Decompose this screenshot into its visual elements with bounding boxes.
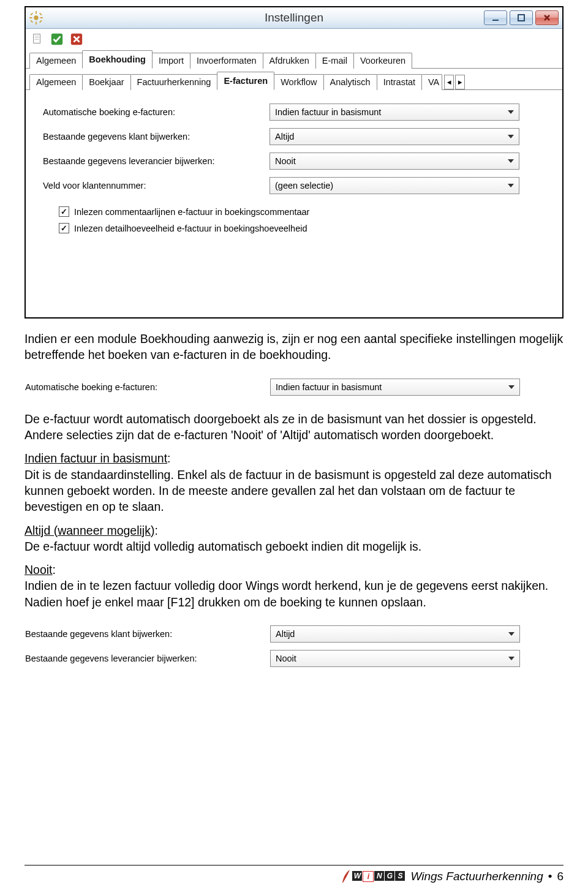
settings-window: Instellingen Algemeen Boekhouding Import… — [24, 6, 564, 319]
inline2-select-klant[interactable]: Altijd — [270, 625, 520, 643]
tabs-sub: Algemeen Boekjaar Factuurherkenning E-fa… — [26, 69, 562, 90]
tab-sub-intrastat[interactable]: Intrastat — [377, 74, 422, 90]
page-number: 6 — [557, 870, 564, 883]
tab-sub-factuurherkenning[interactable]: Factuurherkenning — [130, 74, 218, 90]
footer: WiNGS Wings Factuurherkenning • 6 — [24, 865, 564, 884]
svg-rect-3 — [29, 17, 32, 18]
svg-rect-2 — [36, 21, 37, 25]
svg-rect-10 — [518, 15, 524, 21]
tab-boekhouding[interactable]: Boekhouding — [82, 50, 153, 69]
inline-shot-2: Bestaande gegevens klant bijwerken: Alti… — [24, 617, 564, 675]
p3-body: Dit is de standaardinstelling. Enkel als… — [24, 468, 552, 514]
select-klant-bijwerken[interactable]: Altijd — [270, 128, 519, 145]
paragraph-3: Indien factuur in basismunt: Dit is de s… — [24, 450, 564, 515]
tab-sub-algemeen[interactable]: Algemeen — [29, 74, 83, 90]
tabs-scroll-right[interactable]: ► — [455, 75, 465, 89]
paragraph-4: Altijd (wanneer mogelijk): De e-factuur … — [24, 522, 564, 555]
panel: Automatische boeking e-facturen: Indien … — [26, 90, 562, 317]
svg-rect-6 — [39, 20, 42, 23]
svg-rect-7 — [30, 20, 33, 23]
checkbox-detail-label: Inlezen detailhoeveelheid e-factuur in b… — [74, 224, 307, 233]
cancel-icon[interactable] — [67, 31, 86, 48]
tabs-scroll-left[interactable]: ◄ — [444, 75, 454, 89]
svg-rect-12 — [34, 36, 39, 37]
window-title: Instellingen — [26, 11, 562, 25]
maximize-button[interactable] — [510, 10, 533, 25]
p4-body: De e-factuur wordt altijd volledig autom… — [24, 540, 421, 553]
svg-rect-5 — [30, 13, 33, 16]
svg-rect-9 — [492, 20, 499, 21]
svg-rect-14 — [34, 39, 39, 40]
p3-heading: Indien factuur in basismunt — [24, 451, 167, 465]
svg-rect-8 — [39, 13, 42, 16]
tab-email[interactable]: E-mail — [315, 53, 354, 69]
paragraph-1: Indien er een module Boekhouding aanwezi… — [24, 331, 564, 363]
toolbar — [26, 29, 562, 50]
tab-afdrukken[interactable]: Afdrukken — [263, 53, 316, 69]
accept-icon[interactable] — [48, 31, 66, 48]
footer-bullet: • — [548, 870, 552, 883]
paragraph-2: De e-factuur wordt automatisch doorgeboe… — [24, 411, 564, 443]
inline1-select[interactable]: Indien factuur in basismunt — [270, 379, 520, 396]
tab-algemeen[interactable]: Algemeen — [29, 53, 83, 69]
label-lever-bijwerken: Bestaande gegevens leverancier bijwerken… — [43, 156, 270, 166]
tab-sub-efacturen[interactable]: E-facturen — [217, 72, 274, 90]
label-auto-boeking: Automatische boeking e-facturen: — [43, 107, 270, 117]
label-veld-klantnr: Veld voor klantennummer: — [43, 181, 270, 190]
p5-heading: Nooit — [24, 563, 53, 576]
tab-voorkeuren[interactable]: Voorkeuren — [353, 53, 412, 69]
tabs-main: Algemeen Boekhouding Import Invoerformat… — [26, 50, 562, 69]
inline-shot-1: Automatische boeking e-facturen: Indien … — [24, 371, 564, 404]
svg-rect-1 — [36, 11, 37, 14]
minimize-button[interactable] — [484, 10, 507, 25]
inline1-label: Automatische boeking e-facturen: — [25, 382, 270, 392]
svg-rect-13 — [34, 37, 39, 38]
inline2-label-lever: Bestaande gegevens leverancier bijwerken… — [25, 654, 270, 663]
wings-logo: WiNGS — [340, 869, 405, 884]
checkbox-commentaar-label: Inlezen commentaarlijnen e-factuur in bo… — [74, 207, 309, 217]
inline2-label-klant: Bestaande gegevens klant bijwerken: — [25, 629, 270, 639]
tab-sub-boekjaar[interactable]: Boekjaar — [82, 74, 130, 90]
select-lever-bijwerken[interactable]: Nooit — [270, 153, 519, 170]
tab-sub-va[interactable]: VA — [421, 74, 442, 90]
tab-invoerformaten[interactable]: Invoerformaten — [190, 53, 263, 69]
svg-point-0 — [34, 15, 38, 20]
doc-icon[interactable] — [28, 31, 47, 48]
checkbox-commentaar[interactable] — [59, 206, 69, 217]
tab-import[interactable]: Import — [152, 53, 190, 69]
tab-sub-workflow[interactable]: Workflow — [274, 74, 323, 90]
footer-title: Wings Factuurherkenning — [410, 870, 543, 883]
close-button[interactable] — [535, 10, 559, 25]
select-veld-klantnr[interactable]: (geen selectie) — [270, 177, 519, 194]
label-klant-bijwerken: Bestaande gegevens klant bijwerken: — [43, 132, 270, 141]
inline2-select-lever[interactable]: Nooit — [270, 650, 520, 667]
svg-rect-11 — [34, 34, 40, 43]
checkbox-detail[interactable] — [59, 223, 69, 233]
tab-sub-analytisch[interactable]: Analytisch — [323, 74, 377, 90]
paragraph-5: Nooit: Indien de in te lezen factuur vol… — [24, 562, 564, 610]
gear-icon — [29, 11, 43, 25]
svg-rect-4 — [40, 17, 43, 18]
p5-body: Indien de in te lezen factuur volledig d… — [24, 579, 548, 608]
titlebar: Instellingen — [26, 7, 562, 29]
select-auto-boeking[interactable]: Indien factuur in basismunt — [270, 104, 519, 121]
p4-heading: Altijd (wanneer mogelijk) — [24, 524, 154, 537]
